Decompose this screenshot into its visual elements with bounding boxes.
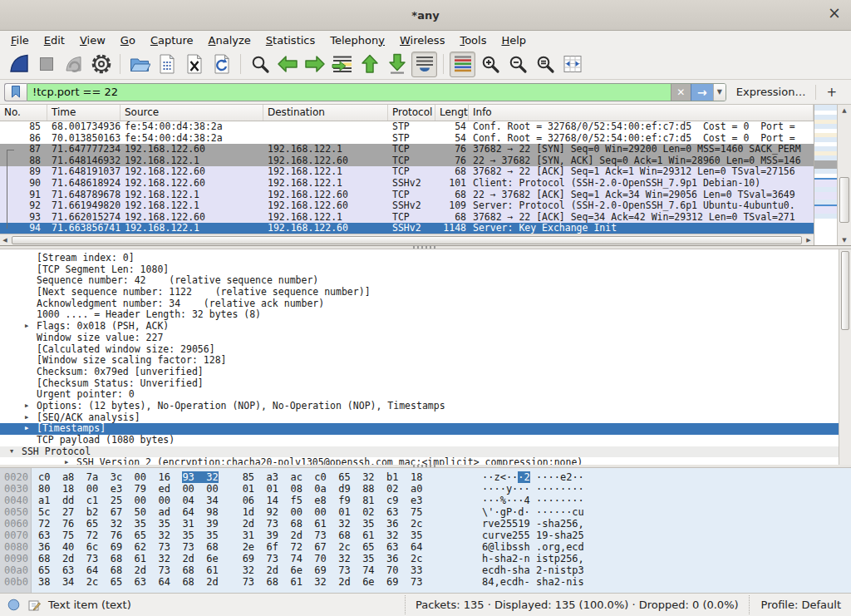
profile-selector[interactable]: Profile: Default: [749, 595, 851, 614]
detail-line[interactable]: 1000 .... = Header Length: 32 bytes (8): [0, 309, 851, 321]
menu-file[interactable]: File: [3, 32, 37, 48]
detail-line[interactable]: ▶SSH Version 2 (encryption:chacha20-poly…: [0, 457, 851, 465]
column-header-destination[interactable]: Destination: [263, 105, 388, 121]
zoom-in-button[interactable]: [477, 52, 503, 77]
menu-telephony[interactable]: Telephony: [322, 32, 392, 48]
column-header-protocol[interactable]: Protocol: [388, 105, 435, 121]
go-last-button[interactable]: [384, 52, 410, 77]
detail-line[interactable]: TCP payload (1080 bytes): [0, 435, 851, 446]
packet-row[interactable]: 9471.663856741192.168.122.1192.168.122.6…: [0, 223, 814, 234]
capture-options-button[interactable]: [88, 52, 114, 77]
hex-row[interactable]: 80 18 00 e3 79 ed 00 00 01 01 08 0a d9 8…: [32, 483, 851, 495]
detail-line[interactable]: Urgent pointer: 0: [0, 389, 851, 401]
stop-capture-button[interactable]: [33, 52, 59, 77]
packet-row[interactable]: 9071.648618924192.168.122.60192.168.122.…: [0, 178, 814, 190]
collapsed-arrow-icon[interactable]: ▶: [23, 321, 37, 333]
detail-line[interactable]: ▶Options: (12 bytes), No-Operation (NOP)…: [0, 401, 851, 412]
hex-row[interactable]: 63 75 72 76 65 32 35 35 31 39 2d 73 68 6…: [32, 530, 851, 541]
filter-apply-button[interactable]: →: [691, 84, 713, 101]
close-file-button[interactable]: [181, 52, 207, 77]
hex-row[interactable]: a1 dd c1 25 00 00 04 34 06 14 f5 e8 f9 8…: [32, 495, 851, 506]
hex-row[interactable]: 5c 27 b2 67 50 ad 64 98 1d 92 00 00 01 0…: [32, 506, 851, 518]
detail-line[interactable]: Acknowledgment number: 34 (relative ack …: [0, 298, 851, 310]
menu-analyze[interactable]: Analyze: [201, 32, 258, 48]
resize-columns-button[interactable]: [559, 52, 585, 77]
reload-file-button[interactable]: [209, 52, 234, 77]
hex-row[interactable]: 38 34 2c 65 63 64 68 2d 73 68 61 32 2d 6…: [32, 576, 851, 588]
go-back-button[interactable]: [274, 52, 300, 77]
hex-row[interactable]: 36 40 6c 69 62 73 73 68 2e 6f 72 67 2c 6…: [32, 541, 851, 553]
packet-row[interactable]: 8871.648146932192.168.122.1192.168.122.6…: [0, 155, 814, 167]
expanded-arrow-icon[interactable]: ▼: [8, 446, 22, 458]
find-packet-button[interactable]: [247, 52, 273, 77]
hex-row[interactable]: c0 a8 7a 3c 00 16 93 32 85 a3 ac c0 65 3…: [32, 471, 851, 483]
vertical-scroll-thumb[interactable]: [839, 177, 849, 222]
expression-button[interactable]: Expression…: [726, 86, 816, 98]
packet-row[interactable]: 8670.013850163fe:54:00:d4:38:2aSTP54Conf…: [0, 133, 814, 145]
close-icon[interactable]: ×: [828, 5, 841, 21]
menu-statistics[interactable]: Statistics: [258, 32, 322, 48]
detail-line[interactable]: [Next sequence number: 1122 (relative se…: [0, 287, 851, 298]
collapsed-arrow-icon[interactable]: ▶: [63, 457, 76, 465]
collapsed-arrow-icon[interactable]: ▶: [23, 423, 37, 435]
menu-go[interactable]: Go: [113, 32, 143, 48]
details-scroll-thumb[interactable]: [841, 251, 849, 330]
collapsed-arrow-icon[interactable]: ▶: [23, 412, 37, 424]
scroll-left-icon[interactable]: ◀: [0, 237, 10, 244]
go-to-packet-button[interactable]: [329, 52, 355, 77]
hex-row[interactable]: 65 63 64 68 2d 73 68 61 32 2d 6e 69 73 7…: [32, 564, 851, 576]
save-file-button[interactable]: [154, 52, 180, 77]
capture-comment-icon[interactable]: [27, 599, 41, 612]
filter-clear-button[interactable]: ✕: [671, 84, 691, 101]
menu-view[interactable]: View: [72, 32, 113, 48]
packet-row[interactable]: 9271.661949820192.168.122.1192.168.122.6…: [0, 200, 814, 212]
packet-row[interactable]: 8771.647777234192.168.122.60192.168.122.…: [0, 144, 814, 155]
colorize-button[interactable]: [450, 52, 475, 77]
column-header-info[interactable]: Info: [469, 105, 814, 121]
column-header-length[interactable]: Length: [435, 105, 469, 121]
detail-line[interactable]: [Checksum Status: Unverified]: [0, 378, 851, 390]
detail-line[interactable]: ▶[Timestamps]: [0, 423, 851, 435]
packet-row[interactable]: 9171.648789678192.168.122.1192.168.122.6…: [0, 190, 814, 201]
detail-line[interactable]: Window size value: 227: [0, 333, 851, 344]
menu-wireless[interactable]: Wireless: [392, 32, 452, 48]
vertical-scroll-track[interactable]: [838, 116, 851, 234]
detail-line[interactable]: ▶Flags: 0x018 (PSH, ACK): [0, 321, 851, 333]
horizontal-scroll-thumb[interactable]: [12, 236, 802, 244]
filter-bookmark-button[interactable]: [4, 83, 27, 101]
detail-line[interactable]: [TCP Segment Len: 1080]: [0, 264, 851, 276]
collapsed-arrow-icon[interactable]: ▶: [23, 401, 37, 412]
open-file-button[interactable]: [126, 52, 152, 77]
start-capture-button[interactable]: [6, 52, 32, 77]
detail-line[interactable]: ▼SSH Protocol: [0, 446, 851, 458]
restart-capture-button[interactable]: [61, 52, 86, 77]
scroll-down-icon[interactable]: ▼: [839, 234, 849, 245]
go-first-button[interactable]: [357, 52, 382, 77]
menu-tools[interactable]: Tools: [452, 32, 494, 48]
detail-line[interactable]: ▶[SEQ/ACK analysis]: [0, 412, 851, 424]
column-header-source[interactable]: Source: [121, 105, 263, 121]
column-header-no[interactable]: No.: [0, 105, 47, 121]
column-header-time[interactable]: Time: [47, 105, 121, 121]
menu-capture[interactable]: Capture: [143, 32, 201, 48]
auto-scroll-button[interactable]: [411, 52, 437, 77]
filter-dropdown-icon[interactable]: ▼: [713, 84, 726, 101]
zoom-out-button[interactable]: [504, 52, 530, 77]
detail-line[interactable]: [Calculated window size: 29056]: [0, 344, 851, 356]
expert-info-icon[interactable]: [7, 599, 20, 611]
scroll-up-icon[interactable]: ▲: [839, 105, 849, 116]
detail-line[interactable]: Checksum: 0x79ed [unverified]: [0, 367, 851, 378]
menu-edit[interactable]: Edit: [37, 32, 72, 48]
packet-row[interactable]: 9371.662015274192.168.122.60192.168.122.…: [0, 212, 814, 224]
intelligent-scrollbar-minimap[interactable]: [814, 105, 837, 245]
add-filter-button[interactable]: +: [816, 85, 847, 100]
menu-help[interactable]: Help: [494, 32, 534, 48]
packet-row[interactable]: 8568.001734936fe:54:00:d4:38:2aSTP54Conf…: [0, 121, 814, 133]
hex-row[interactable]: 68 2d 73 68 61 32 2d 6e 69 73 74 70 32 3…: [32, 553, 851, 564]
scroll-right-icon[interactable]: ▶: [804, 237, 814, 244]
hex-row[interactable]: 72 76 65 32 35 35 31 39 2d 73 68 61 32 3…: [32, 518, 851, 530]
detail-line[interactable]: [Window size scaling factor: 128]: [0, 355, 851, 367]
go-forward-button[interactable]: [302, 52, 327, 77]
horizontal-scrollbar[interactable]: ◀ ▶: [0, 234, 814, 245]
display-filter-input[interactable]: [27, 84, 671, 101]
